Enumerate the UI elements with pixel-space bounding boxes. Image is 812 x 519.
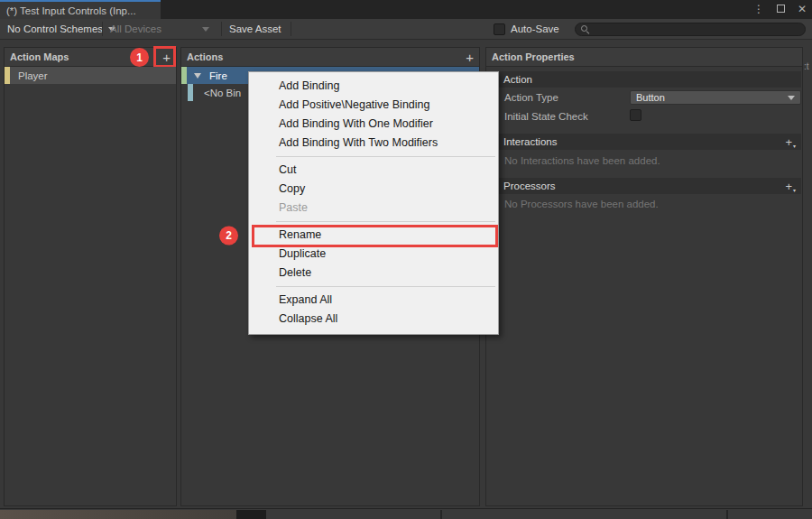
add-processor-button[interactable]: +▾: [785, 180, 796, 193]
annotation-badge-2: 2: [219, 226, 238, 245]
action-maps-list: Player: [5, 67, 176, 84]
plus-icon: +: [785, 180, 792, 193]
row-color-indicator: [181, 67, 187, 84]
title-bar: (*) Test Input Controls (Inp... ⋮ ✕: [0, 0, 812, 19]
menu-separator: [276, 156, 495, 157]
action-maps-header: Action Maps + 1: [5, 48, 176, 67]
menu-item-rename[interactable]: Rename2: [249, 226, 498, 245]
menu-item-delete[interactable]: Delete: [249, 264, 498, 283]
action-maps-panel: Action Maps + 1 Player: [4, 47, 177, 506]
action-type-dropdown[interactable]: Button: [630, 90, 801, 105]
menu-item-expand-all[interactable]: Expand All: [249, 291, 498, 310]
menu-item-add-positive-negative-binding[interactable]: Add Positive\Negative Binding: [249, 96, 498, 115]
interactions-empty-message: No Interactions have been added.: [504, 155, 660, 166]
window-menu-icon[interactable]: ⋮: [752, 0, 765, 19]
menu-separator: [276, 286, 495, 287]
action-type-label: Action Type: [504, 92, 558, 103]
chevron-down-icon: ▾: [793, 144, 796, 149]
action-section-label: Action: [503, 74, 532, 85]
actions-title: Actions: [187, 51, 223, 62]
menu-item-label: Expand All: [279, 293, 332, 306]
action-type-value: Button: [636, 92, 665, 103]
menu-item-label: Add Binding: [279, 79, 339, 92]
action-properties-header: Action Properties: [486, 48, 802, 67]
processors-empty-message: No Processors have been added.: [504, 199, 659, 209]
actions-header: Actions +: [181, 48, 479, 67]
interactions-label: Interactions: [503, 136, 557, 147]
chevron-down-icon: [788, 96, 795, 100]
row-color-indicator: [5, 67, 10, 84]
bottom-strip-segment: [0, 510, 236, 519]
control-schemes-label: No Control Schemes: [7, 23, 103, 34]
auto-save-toggle[interactable]: Auto-Save: [494, 19, 559, 39]
annotation-badge-1: 1: [130, 48, 149, 67]
action-properties-title: Action Properties: [492, 51, 575, 62]
menu-item-add-binding[interactable]: Add Binding: [249, 77, 498, 96]
toolbar-divider: [291, 22, 291, 36]
save-asset-button[interactable]: Save Asset: [229, 19, 281, 39]
save-asset-label: Save Asset: [229, 23, 281, 34]
close-icon[interactable]: ✕: [796, 0, 808, 19]
add-action-button[interactable]: +: [466, 51, 474, 64]
menu-item-add-binding-with-two-modifiers[interactable]: Add Binding With Two Modifiers: [249, 134, 498, 153]
chevron-down-icon: [202, 27, 209, 32]
initial-state-check-checkbox[interactable]: [630, 109, 641, 121]
tree-row[interactable]: Player: [5, 67, 176, 84]
menu-item-label: Collapse All: [279, 312, 337, 325]
add-interaction-button[interactable]: +▾: [785, 135, 796, 149]
auto-save-checkbox[interactable]: [494, 23, 505, 35]
initial-state-check-label: Initial State Check: [504, 111, 588, 122]
processors-section-bar: Processors +▾: [498, 178, 801, 194]
asset-tab[interactable]: (*) Test Input Controls (Inp...: [0, 0, 161, 19]
toolbar-divider: [221, 22, 222, 36]
chevron-down-icon: ▾: [793, 188, 796, 193]
foldout-arrow-icon[interactable]: [194, 73, 201, 79]
bottom-strip-divider: [726, 510, 728, 519]
menu-item-label: Add Binding With One Modifier: [279, 117, 433, 130]
annotation-box-1: [153, 46, 176, 68]
menu-item-label: Copy: [279, 182, 305, 195]
menu-item-cut[interactable]: Cut: [249, 161, 498, 180]
menu-item-label: Cut: [279, 163, 296, 176]
row-label: Fire: [209, 70, 227, 81]
auto-save-label: Auto-Save: [511, 23, 559, 34]
search-input[interactable]: [575, 23, 806, 36]
maximize-glyph: [777, 5, 785, 13]
menu-item-label: Paste: [279, 201, 308, 214]
menu-item-label: Rename: [279, 228, 321, 241]
menu-item-label: Add Positive\Negative Binding: [279, 98, 429, 111]
plus-icon: +: [785, 135, 792, 149]
menu-item-add-binding-with-one-modifier[interactable]: Add Binding With One Modifier: [249, 115, 498, 134]
search-icon: [581, 25, 589, 33]
toolbar: No Control Schemes All Devices Save Asse…: [0, 19, 812, 40]
menu-item-paste: Paste: [249, 199, 498, 218]
menu-item-copy[interactable]: Copy: [249, 180, 498, 199]
action-properties-panel: Action Properties Action Action Type But…: [485, 47, 803, 506]
toolbar-divider: [102, 22, 103, 36]
processors-label: Processors: [503, 181, 556, 191]
asset-tab-label: (*) Test Input Controls (Inp...: [6, 5, 136, 16]
action-section-bar: Action: [498, 71, 801, 88]
interactions-section-bar: Interactions +▾: [498, 134, 801, 150]
menu-item-duplicate[interactable]: Duplicate: [249, 245, 498, 264]
menu-item-label: Add Binding With Two Modifiers: [279, 136, 438, 149]
action-maps-title: Action Maps: [10, 51, 69, 62]
menu-item-collapse-all[interactable]: Collapse All: [249, 310, 498, 329]
menu-item-label: Delete: [279, 266, 311, 279]
bottom-edge-strip: [0, 508, 812, 519]
menu-item-label: Duplicate: [279, 247, 326, 260]
context-menu: Add BindingAdd Positive\Negative Binding…: [248, 71, 499, 335]
devices-dropdown[interactable]: All Devices: [110, 19, 217, 39]
devices-label: All Devices: [110, 23, 161, 34]
row-label: <No Bin: [204, 88, 241, 98]
maximize-icon[interactable]: [774, 0, 787, 19]
bottom-strip-divider: [440, 510, 442, 519]
control-schemes-dropdown[interactable]: No Control Schemes: [7, 19, 115, 39]
clipped-edge-text: :t: [804, 61, 809, 71]
row-label: Player: [18, 70, 48, 81]
row-color-indicator: [188, 84, 193, 101]
bottom-strip-segment: [236, 510, 266, 519]
menu-separator: [276, 221, 495, 222]
